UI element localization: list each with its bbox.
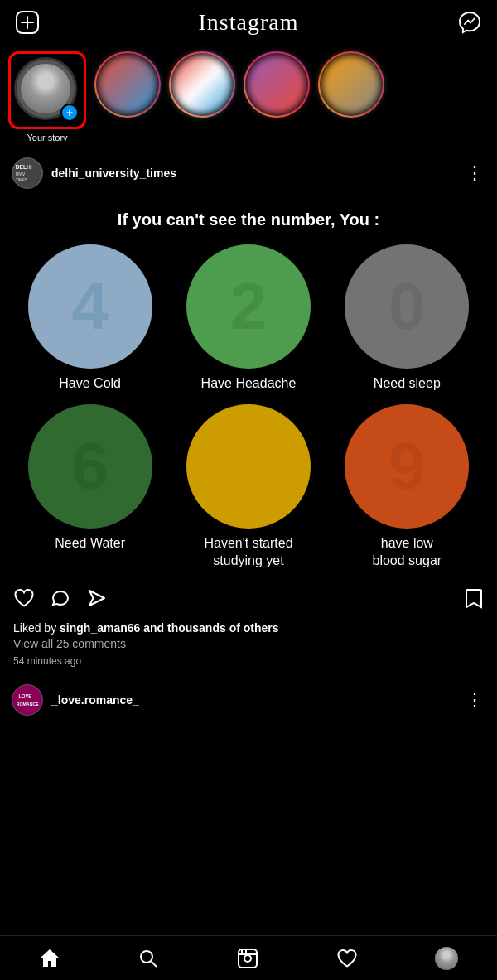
circles-grid: 4 Have Cold 2 Have Headache 0 Need sleep… [8, 244, 489, 569]
comment-button[interactable] [50, 587, 71, 615]
post-header-left: DELHIUNIVTIMES delhi_university_times [12, 157, 176, 189]
heart-nav-button[interactable] [336, 948, 358, 969]
svg-text:ROMANCE: ROMANCE [17, 702, 39, 707]
search-nav-button[interactable] [138, 948, 159, 969]
svg-text:DELHI: DELHI [16, 164, 32, 170]
top-bar: Instagram [0, 0, 497, 45]
circle-label-2: Have Headache [201, 375, 297, 393]
circle-1: 4 [28, 244, 152, 369]
circle-label-5: Haven't startedstudying yet [204, 535, 292, 570]
view-comments-button[interactable]: View all 25 comments [13, 637, 484, 650]
post-content: If you can't see the number, You : 4 Hav… [0, 197, 497, 577]
circle-4: 6 [28, 404, 152, 529]
svg-point-7 [12, 685, 42, 715]
circle-item-5: Haven't startedstudying yet [175, 404, 321, 570]
next-post-username[interactable]: _love.romance_ [51, 693, 139, 707]
circle-5 [186, 404, 311, 529]
post-more-button[interactable]: ⋮ [466, 162, 485, 184]
add-post-icon[interactable] [13, 8, 41, 36]
post-time: 54 minutes ago [13, 655, 81, 667]
post-author-avatar[interactable]: DELHIUNIVTIMES [12, 157, 43, 189]
share-button[interactable] [86, 587, 108, 615]
circle-number-4: 6 [71, 433, 109, 500]
home-nav-button[interactable] [39, 948, 60, 969]
svg-point-10 [141, 951, 152, 963]
circle-item-1: 4 Have Cold [17, 244, 163, 393]
your-story-item[interactable]: + Your story [8, 51, 86, 142]
next-post-header: LOVE ROMANCE _love.romance_ ⋮ [0, 676, 497, 724]
circle-label-3: Need sleep [374, 375, 441, 393]
story-item-4[interactable] [318, 51, 384, 142]
post-actions [0, 577, 497, 620]
reels-nav-button[interactable] [237, 948, 258, 969]
circle-number-3: 0 [388, 273, 426, 340]
post-meta: Liked by singh_aman66 and thousands of o… [0, 620, 497, 674]
bookmark-button[interactable] [464, 588, 484, 615]
stories-row: + Your story [0, 45, 497, 149]
next-post-avatar[interactable]: LOVE ROMANCE [12, 684, 43, 716]
like-button[interactable] [13, 587, 35, 615]
circle-label-1: Have Cold [59, 375, 121, 393]
bottom-nav [0, 935, 497, 980]
svg-text:UNIV: UNIV [16, 172, 26, 176]
next-post-more-button[interactable]: ⋮ [466, 689, 485, 711]
likes-rest: thousands of others [167, 621, 279, 635]
svg-text:LOVE: LOVE [19, 694, 32, 699]
circle-item-6: 9 have lowblood sugar [334, 404, 480, 570]
app-title: Instagram [199, 9, 299, 36]
story-item-1[interactable] [94, 51, 161, 142]
svg-point-13 [244, 955, 251, 962]
svg-text:TIMES: TIMES [16, 178, 27, 182]
circle-item-3: 0 Need sleep [334, 244, 480, 393]
circle-6: 9 [345, 404, 469, 529]
circle-item-2: 2 Have Headache [175, 244, 321, 393]
messenger-icon[interactable] [456, 8, 484, 36]
circle-label-4: Need Water [55, 535, 125, 553]
story-item-3[interactable] [244, 51, 310, 142]
post-username[interactable]: delhi_university_times [51, 167, 176, 180]
add-story-badge: + [60, 104, 79, 122]
profile-nav-button[interactable] [435, 947, 458, 970]
liker-name[interactable]: singh_aman66 [60, 621, 140, 635]
likes-text: Liked by singh_aman66 and thousands of o… [13, 621, 484, 635]
story-item-2[interactable] [169, 51, 235, 142]
your-story-label: Your story [27, 133, 67, 142]
circle-number-2: 2 [230, 273, 268, 340]
post-actions-left [13, 587, 108, 615]
next-post-header-left: LOVE ROMANCE _love.romance_ [12, 684, 139, 716]
circle-3: 0 [345, 244, 469, 369]
circle-label-6: have lowblood sugar [373, 535, 442, 570]
svg-line-11 [152, 961, 157, 967]
post-title: If you can't see the number, You : [8, 210, 489, 229]
circle-item-4: 6 Need Water [17, 404, 163, 570]
circle-2: 2 [186, 244, 311, 369]
circle-number-6: 9 [388, 433, 426, 500]
circle-number-1: 4 [71, 273, 109, 340]
post-header: DELHIUNIVTIMES delhi_university_times ⋮ [0, 149, 497, 197]
